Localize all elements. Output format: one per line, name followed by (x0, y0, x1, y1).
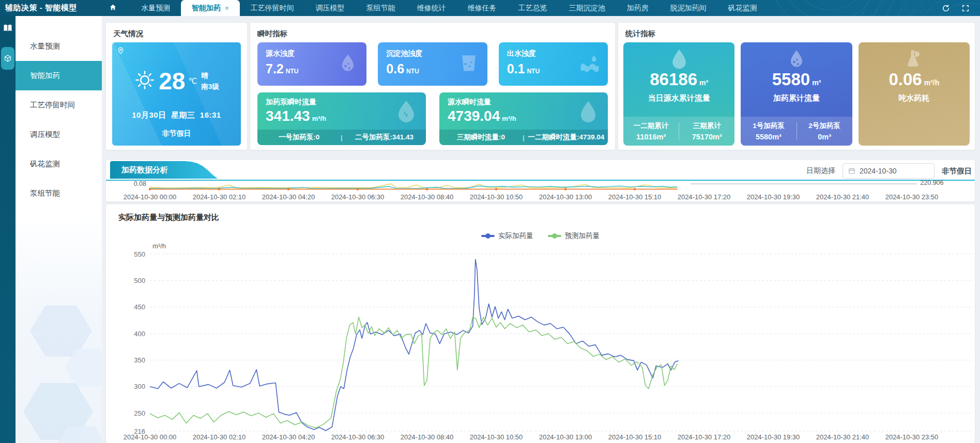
nav-tab[interactable]: 水量预测 (130, 0, 181, 16)
turbidity-card: 出水浊度0.1NTU (499, 42, 608, 86)
nav-tab[interactable]: 维修统计 (406, 0, 457, 16)
instant-section-title: 瞬时指标 (250, 23, 615, 39)
svg-text:m³/h: m³/h (152, 242, 166, 250)
legend-item[interactable]: 预测加药量 (548, 231, 600, 241)
card-footer: 三期瞬时流量:0|一二期瞬时流量:4739.04 (439, 130, 608, 145)
fullscreen-icon[interactable] (961, 4, 970, 12)
svg-text:2024-10-30 04:20: 2024-10-30 04:20 (262, 433, 315, 441)
card-unit: NTU (286, 68, 299, 75)
card-value: 86186m³ (623, 70, 734, 89)
card-unit: m³ (812, 78, 821, 87)
legend-label: 预测加药量 (565, 231, 600, 241)
date-filter-row: 日期选择 2024-10-30 非节假日 (806, 163, 972, 179)
sidebar-item[interactable]: 矾花监测 (16, 149, 102, 179)
card-label: 吨水药耗 (859, 93, 970, 103)
svg-text:2024-10-30 21:40: 2024-10-30 21:40 (816, 193, 869, 201)
nav-tab-label: 智能加药 (192, 4, 221, 13)
statistics-panel: 统计指标 86186m³当日源水累计流量一二期累计11016m³三期累计7517… (618, 23, 975, 150)
card-value: 0.06m³/h (859, 70, 970, 89)
footer-column: 一二期累计11016m³ (623, 121, 679, 141)
app-title: 辅助决策 - 智能模型 (5, 3, 102, 13)
footer-left-value: 一号加药泵:0 (257, 133, 341, 142)
date-select-label: 日期选择 (806, 166, 835, 176)
svg-text:2024-10-30 10:50: 2024-10-30 10:50 (470, 433, 523, 441)
sidebar-item[interactable]: 调压模型 (16, 120, 102, 149)
nav-tab-label: 水量预测 (141, 4, 170, 13)
svg-text:2024-10-30 00:00: 2024-10-30 00:00 (124, 433, 177, 441)
sidebar-item[interactable]: 泵组节能 (16, 179, 102, 208)
stat-card: 5580m³加药累计流量1号加药泵5580m³2号加药泵0m³ (741, 42, 852, 146)
sidebar-item[interactable]: 工艺停留时间 (16, 90, 102, 120)
svg-text:2024-10-30 15:10: 2024-10-30 15:10 (608, 193, 662, 201)
svg-text:2024-10-30 17:20: 2024-10-30 17:20 (678, 193, 731, 201)
stats-section-title: 统计指标 (618, 23, 975, 39)
holiday-tag: 非节假日 (942, 166, 972, 176)
flow-cards-row: 加药泵瞬时流量341.43m³/h一号加药泵:0|二号加药泵:341.43源水瞬… (257, 92, 608, 145)
app-screen: 辅助决策 - 智能模型 水量预测智能加药×工艺停留时间调压模型泵组节能维修统计维… (0, 0, 980, 443)
card-unit: m³/h (312, 115, 326, 122)
location-pin-icon (117, 47, 124, 57)
tab-close-icon[interactable]: × (225, 4, 229, 12)
nav-tab[interactable]: 泵组节能 (356, 0, 406, 16)
droplet-bubbles-icon (336, 52, 359, 74)
nav-tab[interactable]: 加药房 (616, 0, 660, 16)
model-cube-icon[interactable] (1, 47, 14, 70)
nav-tab-label: 调压模型 (316, 4, 345, 13)
nav-tab[interactable]: 工艺停留时间 (240, 0, 305, 16)
svg-text:350: 350 (134, 356, 145, 364)
date-picker-input[interactable]: 2024-10-30 (843, 163, 935, 179)
calendar-icon (848, 167, 855, 175)
stat-cards-row: 86186m³当日源水累计流量一二期累计11016m³三期累计75170m³55… (623, 42, 970, 146)
footer-right-value: 二号加药泵:341.43 (343, 133, 426, 142)
footer-column: 1号加药泵5580m³ (741, 121, 796, 141)
chart-legend: 实际加药量预测加药量 (106, 231, 975, 241)
nav-tab[interactable]: 工艺总览 (508, 0, 558, 16)
sidebar-item[interactable]: 水量预测 (16, 31, 102, 61)
footer-key: 三期累计 (679, 121, 734, 131)
dosing-analysis-panel: 加药数据分析 日期选择 2024-10-30 非节假日 0.08220.9062… (106, 160, 975, 201)
svg-text:220.906: 220.906 (920, 179, 943, 186)
drop-icon (668, 48, 691, 70)
nav-tab-label: 脱泥加药间 (670, 4, 707, 13)
nav-tab[interactable]: 三期沉淀池 (558, 0, 616, 16)
legend-marker-dot (552, 233, 557, 239)
date-value: 2024-10-30 (860, 167, 897, 175)
nav-tab-label: 三期沉淀池 (569, 4, 605, 13)
svg-text:2024-10-30 04:20: 2024-10-30 04:20 (262, 193, 315, 201)
legend-label: 实际加药量 (498, 231, 533, 241)
stat-card: 86186m³当日源水累计流量一二期累计11016m³三期累计75170m³ (623, 42, 734, 146)
card-unit: m³ (699, 78, 708, 87)
weather-date-line: 10月30日 星期三 16:31 (112, 110, 241, 120)
pulse-drop-icon (394, 99, 419, 124)
nav-tab[interactable]: 矾花监测 (717, 0, 768, 16)
nav-tab[interactable]: 调压模型 (305, 0, 356, 16)
svg-text:2024-10-30 13:00: 2024-10-30 13:00 (539, 433, 592, 441)
weather-holiday-flag: 非节假日 (112, 129, 241, 138)
dosing-analysis-header-tab: 加药数据分析 (110, 161, 218, 179)
card-footer: 一二期累计11016m³三期累计75170m³ (623, 117, 734, 146)
card-unit: m³/h (924, 78, 940, 87)
card-watermark (394, 99, 419, 126)
card-value: 5580m³ (741, 70, 852, 89)
overview-sparkline-chart[interactable]: 0.08220.9062024-10-30 00:002024-10-30 02… (106, 179, 975, 201)
nav-tab-label: 工艺停留时间 (251, 4, 294, 13)
nav-tab[interactable]: 智能加药× (181, 0, 240, 16)
home-button[interactable] (102, 4, 123, 13)
card-watermark (859, 48, 970, 70)
footer-left-value: 三期瞬时流量:0 (439, 133, 523, 142)
book-icon[interactable] (3, 24, 12, 34)
nav-tab[interactable]: 脱泥加药间 (660, 0, 717, 16)
nav-tab[interactable]: 维修任务 (457, 0, 508, 16)
svg-text:2024-10-30 23:50: 2024-10-30 23:50 (885, 193, 939, 201)
svg-text:550: 550 (134, 250, 145, 258)
sidebar-item[interactable]: 智能加药 (16, 61, 102, 90)
main-content: 天气情况 28 ℃ (102, 16, 980, 443)
refresh-icon[interactable] (942, 4, 950, 12)
svg-text:2024-10-30 17:20: 2024-10-30 17:20 (678, 433, 731, 441)
card-watermark (576, 99, 601, 126)
sun-icon (134, 69, 156, 93)
svg-text:2024-10-30 02:10: 2024-10-30 02:10 (193, 193, 246, 201)
temperature-value: 28 (159, 69, 185, 93)
svg-text:300: 300 (134, 383, 145, 390)
legend-item[interactable]: 实际加药量 (481, 231, 533, 241)
